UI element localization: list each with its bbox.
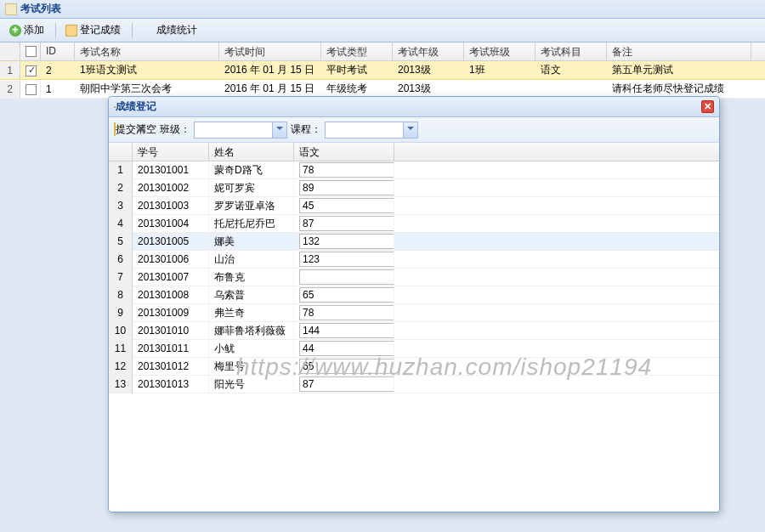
col-subject[interactable]: 考试科目 bbox=[536, 42, 607, 60]
class-input[interactable] bbox=[195, 122, 272, 138]
row-checkbox[interactable] bbox=[20, 61, 41, 78]
cell-score bbox=[294, 179, 394, 197]
clear-button[interactable]: 清空 bbox=[136, 122, 156, 137]
register-label: 登记成绩 bbox=[80, 23, 121, 37]
col-score[interactable]: 语文 bbox=[294, 143, 394, 161]
cell-score bbox=[294, 251, 394, 269]
cell-score bbox=[294, 161, 394, 179]
row-checkbox[interactable] bbox=[20, 80, 41, 97]
cell-score bbox=[294, 340, 394, 358]
score-input[interactable] bbox=[299, 234, 394, 249]
cell-student-no: 201301011 bbox=[133, 340, 209, 358]
score-input[interactable] bbox=[299, 198, 394, 213]
table-row[interactable]: 12201301012梅里号 bbox=[109, 358, 719, 376]
col-time[interactable]: 考试时间 bbox=[219, 42, 321, 60]
score-dialog: 成绩登记 ✕ 提交 清空 班级： 课程： 学号 姓名 语文 1201301001… bbox=[108, 96, 720, 512]
cell-student-no: 201301007 bbox=[133, 269, 209, 286]
cell-student-name: 娜美 bbox=[209, 233, 294, 251]
score-input[interactable] bbox=[299, 323, 394, 338]
table-row[interactable]: 4201301004托尼托尼乔巴 bbox=[109, 215, 719, 233]
cell-grade: 2013级 bbox=[393, 60, 464, 80]
course-combo[interactable] bbox=[325, 122, 418, 139]
cell-id: 1 bbox=[41, 81, 75, 98]
score-input[interactable] bbox=[299, 305, 394, 320]
cell-student-no: 201301005 bbox=[133, 233, 209, 251]
rownum: 10 bbox=[109, 322, 133, 340]
close-button[interactable]: ✕ bbox=[701, 100, 714, 113]
score-input[interactable] bbox=[299, 269, 394, 285]
cell-subject bbox=[536, 87, 607, 92]
table-row[interactable]: 8201301008乌索普 bbox=[109, 286, 719, 304]
cell-score bbox=[294, 286, 394, 304]
cell-student-name: 乌索普 bbox=[209, 286, 294, 304]
col-name[interactable]: 考试名称 bbox=[75, 42, 219, 60]
cell-score bbox=[294, 304, 394, 322]
col-student-no[interactable]: 学号 bbox=[133, 143, 209, 161]
cell-type: 平时考试 bbox=[321, 60, 393, 80]
check-header[interactable] bbox=[20, 42, 41, 60]
cell-student-no: 201301008 bbox=[133, 286, 209, 304]
cell-class: 1班 bbox=[464, 60, 536, 80]
cell-student-no: 201301013 bbox=[133, 376, 209, 393]
score-input[interactable] bbox=[299, 287, 394, 303]
score-input[interactable] bbox=[299, 359, 394, 374]
cell-student-no: 201301002 bbox=[133, 179, 209, 197]
class-combo[interactable] bbox=[194, 122, 287, 139]
col-id[interactable]: ID bbox=[41, 42, 75, 60]
register-results-button[interactable]: 登记成绩 bbox=[60, 20, 127, 40]
chevron-down-icon[interactable] bbox=[272, 122, 286, 138]
stats-button[interactable]: 成绩统计 bbox=[136, 20, 203, 40]
col-type[interactable]: 考试类型 bbox=[321, 42, 393, 60]
score-input[interactable] bbox=[299, 162, 394, 178]
rownum: 1 bbox=[109, 161, 133, 179]
grid-header: ID 考试名称 考试时间 考试类型 考试年级 考试班级 考试科目 备注 bbox=[0, 42, 765, 61]
score-input[interactable] bbox=[299, 341, 394, 356]
col-class[interactable]: 考试班级 bbox=[464, 42, 536, 60]
table-row[interactable]: 10201301010娜菲鲁塔利薇薇 bbox=[109, 322, 719, 340]
cell-student-name: 弗兰奇 bbox=[209, 304, 294, 322]
table-row[interactable]: 13201301013阳光号 bbox=[109, 376, 719, 393]
score-input[interactable] bbox=[299, 252, 394, 267]
cell-score bbox=[294, 197, 394, 215]
cell-score bbox=[294, 322, 394, 340]
cell-id: 2 bbox=[41, 62, 75, 79]
add-button[interactable]: 添加 bbox=[3, 20, 50, 40]
table-row[interactable]: 1201301001蒙奇D路飞 bbox=[109, 161, 719, 179]
chevron-down-icon[interactable] bbox=[403, 122, 417, 138]
table-row[interactable]: 9201301009弗兰奇 bbox=[109, 304, 719, 322]
col-student-name[interactable]: 姓名 bbox=[209, 143, 294, 161]
rownum: 5 bbox=[109, 233, 133, 251]
rownum: 6 bbox=[109, 251, 133, 269]
cell-subject: 语文 bbox=[536, 60, 607, 80]
col-remark[interactable]: 备注 bbox=[607, 42, 751, 60]
cell-student-no: 201301004 bbox=[133, 215, 209, 233]
submit-button[interactable]: 提交 bbox=[114, 122, 136, 137]
cell-score bbox=[294, 233, 394, 251]
table-row[interactable]: 7201301007布鲁克 bbox=[109, 269, 719, 286]
table-row[interactable]: 3201301003罗罗诺亚卓洛 bbox=[109, 197, 719, 215]
cell-student-name: 小鱿 bbox=[209, 340, 294, 358]
table-row[interactable]: 6201301006山治 bbox=[109, 251, 719, 269]
course-input[interactable] bbox=[326, 122, 403, 138]
cell-student-name: 梅里号 bbox=[209, 358, 294, 376]
score-input[interactable] bbox=[299, 376, 394, 392]
table-row[interactable]: 2201301002妮可罗宾 bbox=[109, 179, 719, 197]
cell-class bbox=[464, 87, 536, 92]
rownum: 2 bbox=[0, 81, 20, 98]
table-row[interactable]: 121班语文测试2016 年 01 月 15 日平时考试2013级1班语文第五单… bbox=[0, 61, 765, 80]
cell-time: 2016 年 01 月 15 日 bbox=[219, 60, 321, 80]
col-grade[interactable]: 考试年级 bbox=[393, 42, 464, 60]
score-input[interactable] bbox=[299, 216, 394, 231]
dialog-title: 成绩登记 bbox=[116, 99, 156, 114]
table-row[interactable]: 5201301005娜美 bbox=[109, 233, 719, 251]
cell-student-name: 阳光号 bbox=[209, 376, 294, 393]
add-icon bbox=[9, 25, 21, 37]
cell-student-name: 山治 bbox=[209, 251, 294, 269]
cell-score bbox=[294, 269, 394, 286]
score-input[interactable] bbox=[299, 180, 394, 195]
dialog-header[interactable]: 成绩登记 ✕ bbox=[109, 97, 719, 117]
rownum: 8 bbox=[109, 286, 133, 304]
rownum: 7 bbox=[109, 269, 133, 286]
score-grid-body: 1201301001蒙奇D路飞2201301002妮可罗宾3201301003罗… bbox=[109, 161, 719, 393]
table-row[interactable]: 11201301011小鱿 bbox=[109, 340, 719, 358]
